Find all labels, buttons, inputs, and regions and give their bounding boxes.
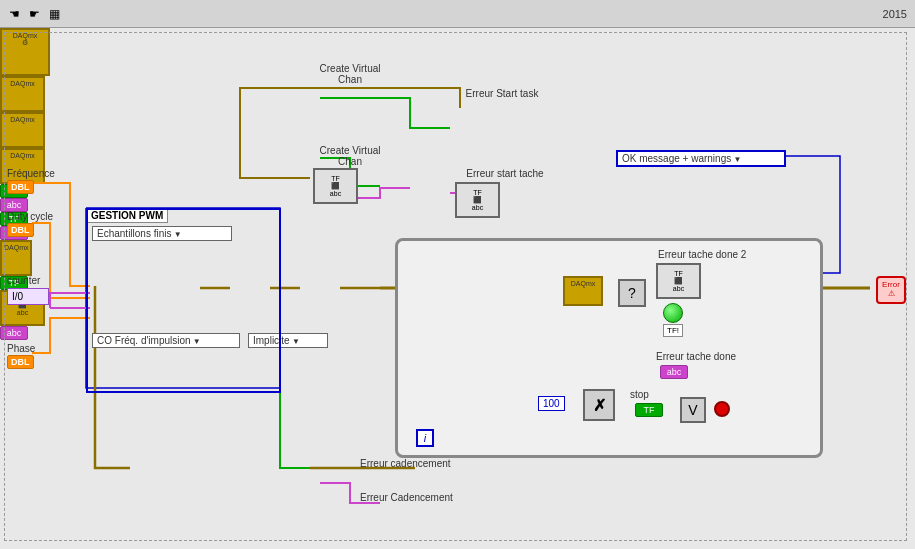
erreur-cadencement1-label: Erreur cadencement: [360, 458, 451, 469]
erreur-start-task-label: Erreur Start task: [452, 88, 552, 99]
multiply-func[interactable]: ✗: [583, 389, 615, 421]
stop-label: stop: [630, 389, 649, 400]
daqmx-block-1[interactable]: DAQmx⚙: [0, 28, 50, 76]
counter-label: counter: [7, 275, 40, 286]
stop-tf[interactable]: TF: [635, 403, 663, 417]
daqmx-block-3[interactable]: DAQmx: [0, 112, 45, 148]
erreur-start-tache-func[interactable]: TF⬛abc: [455, 182, 500, 218]
ok-message-dropdown[interactable]: OK message + warnings: [616, 150, 786, 167]
gestion-pwm-box: [86, 208, 281, 393]
main-loop: DAQmx ? Erreur tache done 2 TF⬛abc TF! E…: [395, 238, 823, 458]
toolbar: ☚ ☛ ▦ 2015: [0, 0, 915, 28]
question-func[interactable]: ?: [618, 279, 646, 307]
back-icon[interactable]: ☚: [4, 4, 24, 24]
stop-circle-container: [714, 401, 730, 417]
led-container: TF!: [663, 303, 683, 337]
erreur-start-tache-label: Erreur start tache: [455, 168, 555, 179]
error-block-right[interactable]: Error⚠: [876, 276, 906, 304]
create-virtual-func[interactable]: TF⬛abc: [313, 168, 358, 204]
frequence-label: Fréquence: [7, 168, 55, 179]
frequence-dbl[interactable]: DBL: [7, 180, 34, 194]
canvas: Fréquence DBL Duty cycle DBL counter I/0…: [0, 28, 915, 549]
i-block: i: [416, 429, 434, 447]
erreur-tache-done2-func[interactable]: TF⬛abc: [656, 263, 701, 299]
loop-daqmx[interactable]: DAQmx: [563, 276, 603, 306]
erreur-tache-done2-label: Erreur tache done 2: [658, 249, 746, 260]
daqmx-output[interactable]: DAQmx: [0, 240, 32, 276]
led-green[interactable]: [663, 303, 683, 323]
erreur-cadencement2-label: Erreur Cadencement: [360, 492, 453, 503]
counter-input[interactable]: I/0: [7, 288, 49, 305]
create-virtual-chan1-label: Create VirtualChan: [310, 63, 390, 85]
erreur-tache-done-label: Erreur tache done: [656, 351, 736, 362]
duty-cycle-dbl[interactable]: DBL: [7, 223, 34, 237]
grid-icon[interactable]: ▦: [44, 4, 64, 24]
stop-button[interactable]: [714, 401, 730, 417]
num-100-const[interactable]: 100: [538, 396, 565, 411]
create-virtual-abc[interactable]: abc: [0, 198, 28, 212]
create-virtual-chan2-label: Create VirtualChan: [310, 145, 390, 167]
daqmx-block-2[interactable]: DAQmx: [0, 76, 45, 112]
erreur-cadencement2-abc[interactable]: abc: [0, 326, 28, 340]
phase-dbl[interactable]: DBL: [7, 355, 34, 369]
v-func[interactable]: V: [680, 397, 706, 423]
tf-indicator: TF!: [663, 324, 683, 337]
erreur-tache-done-abc[interactable]: abc: [660, 365, 688, 379]
phase-label: Phase: [7, 343, 35, 354]
duty-cycle-label: Duty cycle: [7, 211, 53, 222]
year-label: 2015: [883, 8, 907, 20]
forward-icon[interactable]: ☛: [24, 4, 44, 24]
